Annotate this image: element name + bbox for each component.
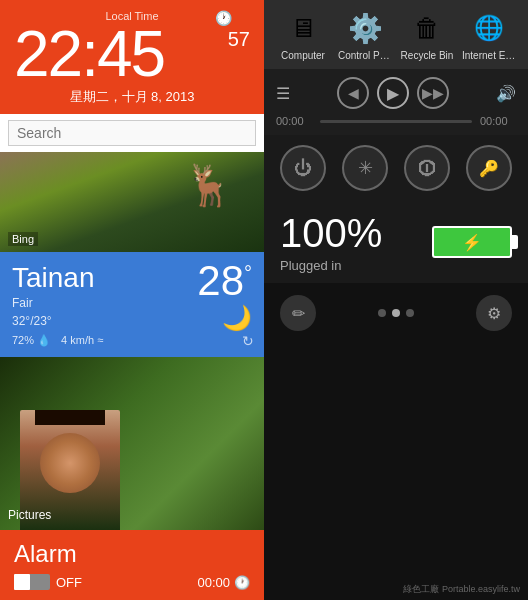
- icon-recycle-bin[interactable]: 🗑 Recycle Bin: [400, 10, 454, 61]
- next-button[interactable]: ▶▶: [417, 77, 449, 109]
- battery-body: ⚡: [432, 226, 512, 258]
- action-loading-button[interactable]: ✳: [342, 145, 388, 191]
- dark-controls: ✏ ⚙: [280, 295, 512, 331]
- settings-left-button[interactable]: ✏: [280, 295, 316, 331]
- alarm-row: OFF 00:00 🕐: [14, 574, 250, 590]
- desktop-icons-row: 🖥 Computer ⚙️ Control Pa... 🗑 Recycle Bi…: [264, 0, 528, 69]
- alarm-clock-icon: 🕐: [234, 575, 250, 590]
- bing-label: Bing: [8, 232, 38, 246]
- battery-visual: ⚡: [432, 226, 512, 258]
- alarm-tile: Alarm OFF 00:00 🕐: [0, 530, 264, 600]
- time-end: 00:00: [480, 115, 516, 127]
- action-buttons-row: ⏻ ✳ ⏼ 🔑: [264, 135, 528, 201]
- battery-percentage: 100%: [280, 211, 382, 256]
- dot-3: [406, 309, 414, 317]
- weather-tile: Tainan Fair 28° 🌙 32°/23° 72% 💧 4 km/h ≈…: [0, 252, 264, 357]
- dots-row: [378, 309, 414, 317]
- humidity-value: 72% 💧: [12, 334, 51, 347]
- internet-explorer-label: Internet Ex...: [462, 50, 516, 61]
- clock-tile: Local Time 22:45 🕐 57 星期二，十月 8, 2013: [0, 0, 264, 114]
- computer-label: Computer: [281, 50, 325, 61]
- dark-section: ✏ ⚙ 綠色工廠 Portable.easylife.tw: [264, 283, 528, 600]
- recycle-bin-icon: 🗑: [409, 10, 445, 46]
- search-input[interactable]: [8, 120, 256, 146]
- dot-1: [378, 309, 386, 317]
- control-panel-label: Control Pa...: [338, 50, 392, 61]
- watermark: 綠色工廠 Portable.easylife.tw: [403, 583, 520, 596]
- alarm-toggle[interactable]: OFF: [14, 574, 82, 590]
- alarm-time: 00:00 🕐: [197, 575, 250, 590]
- weather-details: 72% 💧 4 km/h ≈: [12, 334, 252, 347]
- battery-plug-icon: ⚡: [462, 233, 482, 252]
- media-progress: 00:00 00:00: [276, 115, 516, 127]
- media-controls: ☰ ◀ ▶ ▶▶ 🔊: [276, 77, 516, 109]
- clock-date: 星期二，十月 8, 2013: [14, 88, 250, 106]
- action-power-on-button[interactable]: ⏻: [280, 145, 326, 191]
- left-panel: Local Time 22:45 🕐 57 星期二，十月 8, 2013 🦌 B…: [0, 0, 264, 600]
- clock-seconds: 57: [228, 28, 250, 51]
- dot-2: [392, 309, 400, 317]
- clock-time: 22:45: [14, 22, 164, 86]
- refresh-icon[interactable]: ↻: [242, 333, 254, 349]
- icon-internet-explorer[interactable]: 🌐 Internet Ex...: [462, 10, 516, 61]
- internet-explorer-icon: 🌐: [471, 10, 507, 46]
- battery-tip: [512, 235, 518, 249]
- weather-temp: 28°: [197, 260, 252, 302]
- play-button[interactable]: ▶: [377, 77, 409, 109]
- battery-section: 100% Plugged in ⚡: [264, 201, 528, 283]
- pictures-label: Pictures: [8, 508, 51, 522]
- wind-value: 4 km/h ≈: [61, 334, 103, 347]
- media-player: ☰ ◀ ▶ ▶▶ 🔊 00:00 00:00: [264, 69, 528, 135]
- deer-icon: 🦌: [184, 162, 234, 209]
- right-panel: 🖥 Computer ⚙️ Control Pa... 🗑 Recycle Bi…: [264, 0, 528, 600]
- person-hair: [35, 410, 105, 425]
- battery-status: Plugged in: [280, 258, 382, 273]
- weather-moon-icon: 🌙: [222, 304, 252, 332]
- icon-computer[interactable]: 🖥 Computer: [276, 10, 330, 61]
- toggle-switch[interactable]: [14, 574, 50, 590]
- recycle-bin-label: Recycle Bin: [401, 50, 454, 61]
- prev-button[interactable]: ◀: [337, 77, 369, 109]
- volume-icon[interactable]: 🔊: [496, 84, 516, 103]
- playlist-icon: ☰: [276, 84, 290, 103]
- time-start: 00:00: [276, 115, 312, 127]
- progress-bar[interactable]: [320, 120, 472, 123]
- clock-icon: 🕐: [215, 10, 232, 26]
- alarm-title: Alarm: [14, 540, 250, 568]
- settings-right-button[interactable]: ⚙: [476, 295, 512, 331]
- search-tile: [0, 114, 264, 152]
- pictures-tile: Pictures: [0, 357, 264, 530]
- bing-tile: 🦌 Bing: [0, 152, 264, 252]
- person-face: [40, 433, 100, 493]
- computer-icon: 🖥: [285, 10, 321, 46]
- action-power-off-button[interactable]: ⏼: [404, 145, 450, 191]
- icon-control-panel[interactable]: ⚙️ Control Pa...: [338, 10, 392, 61]
- weather-range: 32°/23°: [12, 314, 252, 328]
- action-key-button[interactable]: 🔑: [466, 145, 512, 191]
- alarm-state: OFF: [56, 575, 82, 590]
- control-panel-icon: ⚙️: [347, 10, 383, 46]
- toggle-knob: [14, 574, 30, 590]
